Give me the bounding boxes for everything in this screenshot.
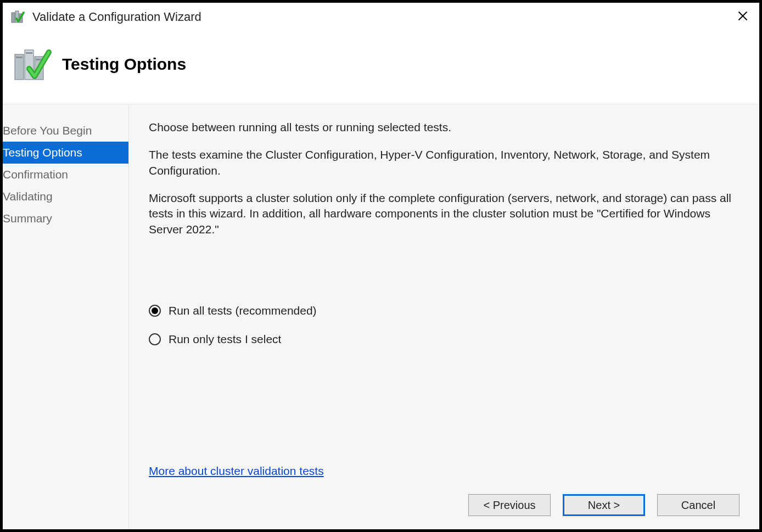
svg-rect-0 bbox=[12, 13, 15, 23]
svg-rect-9 bbox=[26, 52, 32, 54]
window-title: Validate a Configuration Wizard bbox=[32, 10, 734, 24]
wizard-body: Before You Begin Testing Options Confirm… bbox=[3, 104, 759, 529]
wizard-button-row: < Previous Next > Cancel bbox=[149, 494, 739, 519]
close-icon[interactable] bbox=[734, 10, 752, 24]
wizard-sidebar: Before You Begin Testing Options Confirm… bbox=[3, 104, 129, 529]
wizard-window: Validate a Configuration Wizard Testing … bbox=[0, 0, 762, 532]
wizard-main: Choose between running all tests or runn… bbox=[129, 104, 759, 529]
instruction-para-3: Microsoft supports a cluster solution on… bbox=[149, 191, 739, 237]
wizard-small-icon bbox=[10, 9, 26, 25]
wizard-header: Testing Options bbox=[3, 30, 759, 104]
svg-rect-8 bbox=[16, 57, 23, 58]
titlebar: Validate a Configuration Wizard bbox=[3, 3, 759, 30]
instruction-para-2: The tests examine the Cluster Configurat… bbox=[149, 147, 739, 178]
sidebar-item-validating[interactable]: Validating bbox=[3, 186, 128, 208]
radio-run-all-tests-label: Run all tests (recommended) bbox=[169, 304, 317, 317]
sidebar-item-testing-options[interactable]: Testing Options bbox=[3, 142, 128, 164]
wizard-step-title: Testing Options bbox=[62, 55, 186, 74]
more-about-validation-link[interactable]: More about cluster validation tests bbox=[149, 464, 324, 478]
sidebar-item-before-you-begin[interactable]: Before You Begin bbox=[3, 120, 128, 142]
sidebar-item-confirmation[interactable]: Confirmation bbox=[3, 164, 128, 186]
radio-indicator-icon bbox=[149, 305, 161, 317]
cancel-button[interactable]: Cancel bbox=[657, 494, 739, 516]
next-button[interactable]: Next > bbox=[563, 494, 645, 516]
sidebar-item-summary[interactable]: Summary bbox=[3, 208, 128, 229]
radio-run-selected-tests-label: Run only tests I select bbox=[169, 333, 281, 346]
wizard-large-icon bbox=[13, 47, 53, 82]
radio-run-selected-tests[interactable]: Run only tests I select bbox=[149, 333, 739, 346]
test-scope-radio-group: Run all tests (recommended) Run only tes… bbox=[149, 304, 739, 361]
radio-run-all-tests[interactable]: Run all tests (recommended) bbox=[149, 304, 739, 317]
radio-indicator-icon bbox=[149, 333, 161, 345]
instruction-para-1: Choose between running all tests or runn… bbox=[149, 120, 739, 135]
previous-button[interactable]: < Previous bbox=[468, 494, 551, 516]
